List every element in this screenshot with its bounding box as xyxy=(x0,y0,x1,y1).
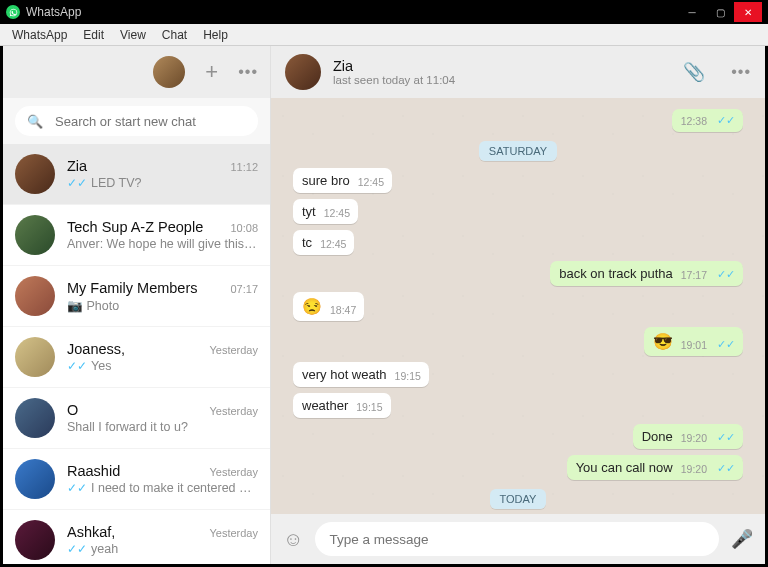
sidebar-header: + ••• xyxy=(3,46,270,98)
whatsapp-logo-icon xyxy=(6,5,20,19)
window-titlebar: WhatsApp ─ ▢ ✕ xyxy=(0,0,768,24)
chat-avatar xyxy=(15,520,55,560)
chat-preview: I need to make it centered on the w… xyxy=(91,481,258,495)
composer: ☺ 🎤 xyxy=(271,514,765,564)
chat-avatar xyxy=(15,276,55,316)
search-input-container[interactable]: 🔍 xyxy=(15,106,258,136)
menu-app[interactable]: WhatsApp xyxy=(4,25,75,45)
chat-list-item[interactable]: Zia11:12✓✓LED TV? xyxy=(3,144,270,205)
chat-preview: 📷 Photo xyxy=(67,298,119,313)
search-input[interactable] xyxy=(55,114,246,129)
menu-edit[interactable]: Edit xyxy=(75,25,112,45)
read-ticks-icon: ✓✓ xyxy=(717,431,735,444)
chat-list-item[interactable]: My Family Members07:17📷 Photo xyxy=(3,266,270,327)
chat-name: O xyxy=(67,402,78,418)
chat-name: Ashkaf, xyxy=(67,524,115,540)
menu-icon[interactable]: ••• xyxy=(238,63,258,81)
read-ticks-icon: ✓✓ xyxy=(717,268,735,281)
menu-chat[interactable]: Chat xyxy=(154,25,195,45)
menubar: WhatsApp Edit View Chat Help xyxy=(0,24,768,46)
chat-name: Joaness, xyxy=(67,341,125,357)
read-ticks-icon: ✓✓ xyxy=(717,338,735,351)
new-chat-icon[interactable]: + xyxy=(205,59,218,85)
chat-list-item[interactable]: Joaness,Yesterday✓✓Yes xyxy=(3,327,270,388)
chat-time: Yesterday xyxy=(209,527,258,539)
chat-preview: LED TV? xyxy=(91,176,142,190)
mic-icon[interactable]: 🎤 xyxy=(731,528,753,550)
message-input[interactable] xyxy=(329,532,705,547)
message-in: very hot weath19:15 xyxy=(293,362,429,387)
date-badge: TODAY xyxy=(490,489,547,509)
message-list[interactable]: 12:38✓✓ SATURDAY sure bro12:45 tyt12:45 … xyxy=(271,98,765,514)
message-out: Done19:20✓✓ xyxy=(633,424,743,449)
chat-time: 07:17 xyxy=(230,283,258,295)
chat-avatar xyxy=(15,398,55,438)
window-title: WhatsApp xyxy=(26,5,81,19)
window-minimize-button[interactable]: ─ xyxy=(678,2,706,22)
self-avatar[interactable] xyxy=(153,56,185,88)
chat-list-item[interactable]: Ashkaf,Yesterday✓✓yeah xyxy=(3,510,270,564)
chat-preview: yeah xyxy=(91,542,118,556)
chat-list-item[interactable]: Tech Sup A-Z People10:08Anver: We hope h… xyxy=(3,205,270,266)
chat-list-item[interactable]: RaashidYesterday✓✓I need to make it cent… xyxy=(3,449,270,510)
chat-preview: Anver: We hope he will give this time xyxy=(67,237,258,251)
chat-name: Tech Sup A-Z People xyxy=(67,219,203,235)
chat-time: Yesterday xyxy=(209,466,258,478)
attach-icon[interactable]: 📎 xyxy=(683,61,705,83)
message-input-container[interactable] xyxy=(315,522,719,556)
conversation-header: Zia last seen today at 11:04 📎 ••• xyxy=(271,46,765,98)
chat-preview: Shall I forward it to u? xyxy=(67,420,188,434)
message-in: sure bro12:45 xyxy=(293,168,392,193)
chat-name: Raashid xyxy=(67,463,120,479)
message-in: tyt12:45 xyxy=(293,199,358,224)
chat-list[interactable]: Zia11:12✓✓LED TV?Tech Sup A-Z People10:0… xyxy=(3,144,270,564)
contact-name: Zia xyxy=(333,58,671,74)
read-ticks-icon: ✓✓ xyxy=(717,114,735,127)
read-ticks-icon: ✓✓ xyxy=(67,481,87,495)
search-icon: 🔍 xyxy=(27,114,43,129)
message-out: 12:38✓✓ xyxy=(672,109,743,132)
chat-preview: Yes xyxy=(91,359,111,373)
read-ticks-icon: ✓✓ xyxy=(67,359,87,373)
menu-view[interactable]: View xyxy=(112,25,154,45)
chat-avatar xyxy=(15,154,55,194)
chat-avatar xyxy=(15,459,55,499)
chat-list-item[interactable]: OYesterdayShall I forward it to u? xyxy=(3,388,270,449)
chat-time: 10:08 xyxy=(230,222,258,234)
message-in: weather19:15 xyxy=(293,393,391,418)
emoji-icon[interactable]: ☺ xyxy=(283,528,303,551)
message-out: You can call now19:20✓✓ xyxy=(567,455,743,480)
read-ticks-icon: ✓✓ xyxy=(717,462,735,475)
message-out: back on track putha17:17✓✓ xyxy=(550,261,743,286)
chat-name: Zia xyxy=(67,158,87,174)
conversation-menu-icon[interactable]: ••• xyxy=(731,63,751,81)
chat-name: My Family Members xyxy=(67,280,198,296)
contact-status: last seen today at 11:04 xyxy=(333,74,671,86)
chat-avatar xyxy=(15,215,55,255)
message-in: tc12:45 xyxy=(293,230,354,255)
window-close-button[interactable]: ✕ xyxy=(734,2,762,22)
contact-avatar[interactable] xyxy=(285,54,321,90)
date-badge: SATURDAY xyxy=(479,141,557,161)
message-out: 😎19:01✓✓ xyxy=(644,327,743,356)
chat-avatar xyxy=(15,337,55,377)
message-in: 😒18:47 xyxy=(293,292,364,321)
chat-time: Yesterday xyxy=(209,405,258,417)
read-ticks-icon: ✓✓ xyxy=(67,542,87,556)
menu-help[interactable]: Help xyxy=(195,25,236,45)
chat-time: 11:12 xyxy=(230,161,258,173)
read-ticks-icon: ✓✓ xyxy=(67,176,87,190)
window-maximize-button[interactable]: ▢ xyxy=(706,2,734,22)
chat-time: Yesterday xyxy=(209,344,258,356)
